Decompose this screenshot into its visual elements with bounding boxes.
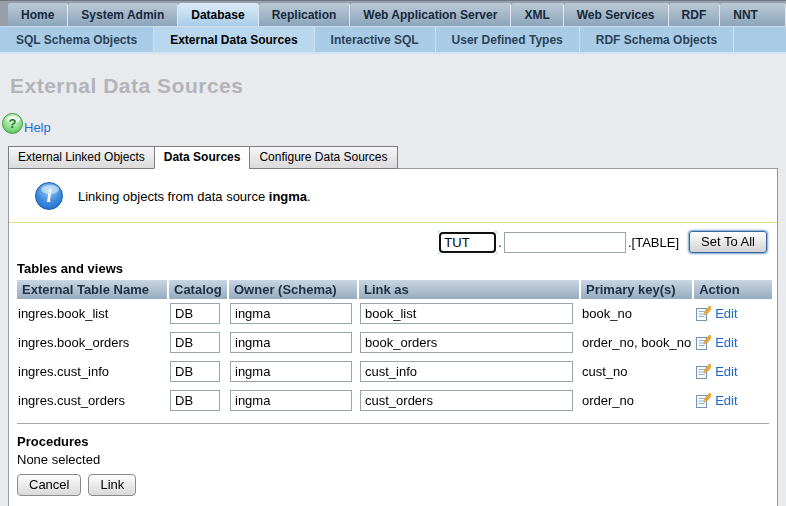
secondary-nav: SQL Schema Objects External Data Sources…: [0, 27, 786, 54]
bulk-assign-row: . .[TABLE] Set To All: [9, 223, 777, 255]
info-icon: i: [35, 182, 63, 210]
info-message: i Linking objects from data source ingma…: [9, 169, 777, 223]
nav-tab-replication[interactable]: Replication: [259, 3, 351, 26]
screen: Home System Admin Database Replication W…: [0, 0, 786, 506]
tables-and-views-heading: Tables and views: [17, 261, 777, 276]
cancel-button[interactable]: Cancel: [17, 474, 81, 496]
page-title: External Data Sources: [10, 74, 786, 98]
info-text: Linking objects from data source ingma.: [78, 189, 311, 204]
col-primary-keys: Primary key(s): [581, 280, 692, 299]
table-suffix-label: .[TABLE]: [628, 235, 679, 250]
bulk-owner-input[interactable]: [504, 232, 626, 253]
edit-icon[interactable]: [695, 335, 711, 351]
edit-icon[interactable]: [695, 306, 711, 322]
catalog-input[interactable]: [170, 390, 220, 411]
primary-keys: order_no: [581, 386, 692, 415]
owner-input[interactable]: [230, 361, 352, 382]
catalog-input[interactable]: [170, 332, 220, 353]
footer-buttons: Cancel Link: [17, 474, 777, 496]
nav-tab-xml[interactable]: XML: [511, 3, 563, 26]
external-table-name: ingres.cust_orders: [17, 386, 167, 415]
subnav-tab-rdf-schema-objects[interactable]: RDF Schema Objects: [580, 27, 734, 52]
external-table-name: ingres.book_orders: [17, 328, 167, 357]
edit-icon[interactable]: [695, 393, 711, 409]
content-panel: i Linking objects from data source ingma…: [8, 168, 778, 506]
external-table-name: ingres.book_list: [17, 299, 167, 328]
nav-tab-nntp[interactable]: NNT: [720, 3, 786, 26]
link-as-input[interactable]: [360, 332, 573, 353]
section-divider: [17, 423, 769, 424]
subnav-tab-external-data-sources[interactable]: External Data Sources: [154, 27, 314, 52]
catalog-input[interactable]: [170, 361, 220, 382]
catalog-input[interactable]: [170, 303, 220, 324]
data-source-name: ingma: [269, 189, 307, 204]
table-row: ingres.book_orders order_no, book_no Edi…: [17, 328, 772, 357]
panel-tabs: External Linked Objects Data Sources Con…: [8, 146, 786, 169]
help-row: ? Help: [2, 110, 786, 134]
col-link-as: Link as: [359, 280, 579, 299]
dot-separator: .: [498, 235, 502, 250]
link-as-input[interactable]: [360, 361, 573, 382]
nav-tab-rdf[interactable]: RDF: [669, 3, 721, 26]
help-link[interactable]: Help: [24, 121, 51, 134]
owner-input[interactable]: [230, 332, 352, 353]
linked-tables-table: External Table Name Catalog Owner (Schem…: [15, 280, 774, 415]
primary-keys: book_no: [581, 299, 692, 328]
tab-data-sources[interactable]: Data Sources: [154, 146, 250, 169]
col-external-table-name: External Table Name: [17, 280, 167, 299]
table-header-row: External Table Name Catalog Owner (Schem…: [17, 280, 772, 299]
bulk-catalog-input[interactable]: [439, 232, 496, 253]
procedures-heading: Procedures: [17, 434, 777, 449]
primary-nav: Home System Admin Database Replication W…: [0, 0, 786, 27]
nav-tab-system-admin[interactable]: System Admin: [68, 3, 178, 26]
link-button[interactable]: Link: [88, 474, 136, 496]
table-row: ingres.cust_orders order_no Edit: [17, 386, 772, 415]
nav-tab-web-services[interactable]: Web Services: [564, 3, 669, 26]
subnav-tab-sql-schema-objects[interactable]: SQL Schema Objects: [0, 27, 154, 52]
help-icon[interactable]: ?: [2, 113, 23, 134]
owner-input[interactable]: [230, 390, 352, 411]
col-catalog: Catalog: [169, 280, 227, 299]
primary-keys: order_no, book_no: [581, 328, 692, 357]
edit-link[interactable]: Edit: [715, 335, 737, 350]
edit-link[interactable]: Edit: [715, 393, 737, 408]
procedures-status: None selected: [17, 452, 777, 467]
nav-tab-home[interactable]: Home: [8, 3, 68, 26]
link-as-input[interactable]: [360, 390, 573, 411]
owner-input[interactable]: [230, 303, 352, 324]
col-action: Action: [694, 280, 772, 299]
edit-link[interactable]: Edit: [715, 364, 737, 379]
tab-external-linked-objects[interactable]: External Linked Objects: [8, 146, 154, 169]
table-row: ingres.cust_info cust_no Edit: [17, 357, 772, 386]
set-to-all-button[interactable]: Set To All: [689, 231, 767, 253]
edit-link[interactable]: Edit: [715, 306, 737, 321]
external-table-name: ingres.cust_info: [17, 357, 167, 386]
nav-tab-database[interactable]: Database: [178, 3, 258, 26]
link-as-input[interactable]: [360, 303, 573, 324]
table-row: ingres.book_list book_no Edit: [17, 299, 772, 328]
tab-configure-data-sources[interactable]: Configure Data Sources: [249, 146, 397, 169]
subnav-tab-user-defined-types[interactable]: User Defined Types: [436, 27, 580, 52]
col-owner-schema: Owner (Schema): [229, 280, 357, 299]
primary-keys: cust_no: [581, 357, 692, 386]
edit-icon[interactable]: [695, 364, 711, 380]
subnav-tab-interactive-sql[interactable]: Interactive SQL: [315, 27, 436, 52]
nav-tab-web-application-server[interactable]: Web Application Server: [350, 3, 511, 26]
